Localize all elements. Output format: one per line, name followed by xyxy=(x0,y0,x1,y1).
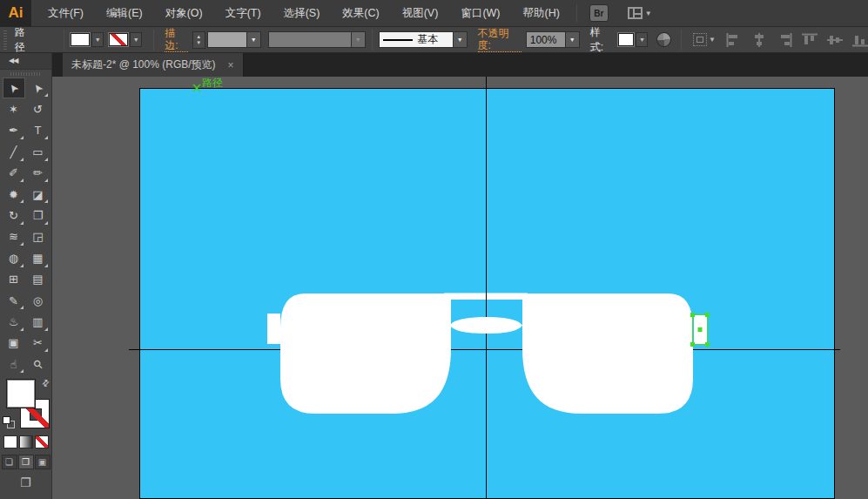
eyedropper-tool[interactable]: ✎ xyxy=(3,290,25,311)
panel-grip-handle[interactable] xyxy=(2,30,10,50)
subtool-corner-icon xyxy=(20,221,24,225)
selection-handle-top-left[interactable] xyxy=(690,313,695,317)
menu-select[interactable]: 选择(S) xyxy=(273,0,332,27)
menu-view[interactable]: 视图(V) xyxy=(391,0,450,27)
document-tab-title: 未标题-2* @ 100% (RGB/预览) xyxy=(71,57,216,72)
selection-handle-bottom-right[interactable] xyxy=(705,342,710,347)
blend-tool[interactable]: ◎ xyxy=(27,290,50,311)
selection-handle-top-right[interactable] xyxy=(705,313,710,317)
draw-behind-button[interactable]: ❐ xyxy=(18,455,34,469)
zoom-tool[interactable]: ⚲ xyxy=(27,354,50,374)
transform-options-button[interactable]: ▼ xyxy=(688,33,716,46)
panel-drag-handle[interactable] xyxy=(0,70,51,78)
menu-edit[interactable]: 编辑(E) xyxy=(95,0,154,27)
draw-inside-button[interactable]: ▣ xyxy=(35,455,50,469)
blob-brush-tool[interactable]: ✹ xyxy=(3,184,25,205)
paintbrush-tool[interactable]: ✐ xyxy=(3,163,25,184)
scale-tool[interactable]: ❐ xyxy=(27,205,50,226)
menu-effect[interactable]: 效果(C) xyxy=(331,0,390,27)
rectangle-tool-icon: ▭ xyxy=(32,145,43,158)
pen-tool[interactable]: ✒ xyxy=(3,120,25,141)
context-label: 路径 xyxy=(15,25,35,55)
hand-tool[interactable]: ☝ xyxy=(3,354,25,374)
menu-window[interactable]: 窗口(W) xyxy=(449,0,511,27)
opacity-dropdown[interactable]: ▼ xyxy=(566,31,580,48)
selection-handle-bottom-left[interactable] xyxy=(690,342,695,347)
menu-type[interactable]: 文字(T) xyxy=(214,0,273,27)
magic-wand-tool[interactable]: ✶ xyxy=(3,98,25,119)
shape-builder-tool[interactable]: ◍ xyxy=(3,247,25,268)
stepper-up-icon[interactable]: ▲ xyxy=(196,34,201,40)
bridge-button[interactable]: Br xyxy=(589,4,609,22)
align-bottom-icon[interactable] xyxy=(852,33,868,47)
graphic-style-swatch[interactable] xyxy=(618,33,634,46)
divider xyxy=(153,30,154,51)
document-tab[interactable]: 未标题-2* @ 100% (RGB/预览) × xyxy=(63,53,244,77)
column-graph-tool[interactable]: ▥ xyxy=(27,311,50,332)
direct-selection-tool[interactable]: ➤ xyxy=(27,78,50,98)
pencil-tool[interactable]: ✏ xyxy=(27,163,50,184)
artboard-tool[interactable]: ▣ xyxy=(3,333,25,354)
draw-normal-button[interactable]: ❏ xyxy=(2,455,17,469)
selection-tool[interactable]: ➤ xyxy=(3,78,25,98)
free-transform-tool[interactable]: ◲ xyxy=(27,226,50,247)
menu-help[interactable]: 帮助(H) xyxy=(512,0,571,27)
control-bar: 路径 ▼ ▼ 描边: ▲▼ ▼ ▼ 基本 ▼ 不透明度: xyxy=(0,27,868,53)
opacity-input[interactable]: 100% xyxy=(526,31,566,48)
subtool-corner-icon xyxy=(44,158,48,161)
menu-file[interactable]: 文件(F) xyxy=(37,0,95,27)
width-profile-dropdown: ▼ xyxy=(352,31,366,48)
brush-definition-select[interactable]: 基本 xyxy=(379,31,454,48)
stroke-weight-input[interactable] xyxy=(207,31,247,48)
selection-center-point[interactable] xyxy=(698,327,703,332)
align-left-icon[interactable] xyxy=(726,33,742,47)
color-button[interactable] xyxy=(3,435,17,448)
opacity-panel-link[interactable]: 不透明度: xyxy=(478,27,521,52)
width-tool[interactable]: ≋ xyxy=(3,226,25,247)
stroke-color-swatch[interactable] xyxy=(109,33,128,46)
mesh-tool[interactable]: ⊞ xyxy=(3,269,25,290)
fill-color-swatch[interactable] xyxy=(71,33,90,46)
slice-tool[interactable]: ✂ xyxy=(27,333,50,354)
subtool-corner-icon xyxy=(20,158,24,161)
none-button[interactable] xyxy=(35,435,49,448)
fill-proxy-swatch[interactable] xyxy=(6,379,36,408)
type-tool[interactable]: T xyxy=(27,120,50,141)
subtool-corner-icon xyxy=(44,221,48,225)
swap-fill-stroke-icon[interactable]: ⇄ xyxy=(39,377,51,389)
line-segment-tool[interactable]: ╱ xyxy=(3,141,25,162)
stroke-weight-dropdown[interactable]: ▼ xyxy=(247,31,261,48)
perspective-grid-tool[interactable]: ▦ xyxy=(27,247,50,268)
stroke-weight-stepper[interactable]: ▲▼ xyxy=(192,31,205,49)
workspace-switcher-button[interactable]: ▼ xyxy=(628,7,652,19)
width-profile-select[interactable] xyxy=(268,31,352,48)
glasses-shape[interactable] xyxy=(267,293,693,415)
menu-object[interactable]: 对象(O) xyxy=(154,0,214,27)
align-vertical-center-icon[interactable] xyxy=(827,33,843,47)
default-fill-stroke-icon[interactable] xyxy=(3,416,15,428)
symbol-sprayer-tool[interactable]: ♨ xyxy=(3,311,25,332)
canvas-area[interactable]: 路径 xyxy=(52,77,868,499)
align-horizontal-center-icon[interactable] xyxy=(751,33,767,47)
recolor-artwork-icon[interactable] xyxy=(656,32,671,47)
canvas-overlay: 路径 xyxy=(52,77,868,499)
lasso-tool[interactable]: ↺ xyxy=(27,98,50,119)
graphic-style-dropdown[interactable]: ▼ xyxy=(636,32,648,47)
close-icon[interactable]: × xyxy=(228,59,234,71)
brush-definition-dropdown[interactable]: ▼ xyxy=(454,31,468,48)
collapse-panel-button[interactable]: ◀◀ xyxy=(0,53,51,70)
fill-color-dropdown[interactable]: ▼ xyxy=(91,32,104,47)
rectangle-tool[interactable]: ▭ xyxy=(27,141,50,162)
gradient-button[interactable] xyxy=(19,435,33,448)
align-top-icon[interactable] xyxy=(802,33,818,47)
screen-mode-button[interactable]: ❐ xyxy=(0,471,51,494)
rotate-tool[interactable]: ↻ xyxy=(3,205,25,226)
eraser-tool[interactable]: ◪ xyxy=(27,184,50,205)
stroke-panel-link[interactable]: 描边: xyxy=(165,27,188,52)
gradient-tool[interactable]: ▤ xyxy=(27,269,50,290)
stroke-color-dropdown[interactable]: ▼ xyxy=(130,32,142,47)
type-tool-icon: T xyxy=(35,124,42,137)
align-right-icon[interactable] xyxy=(777,33,792,47)
free-transform-tool-icon: ◲ xyxy=(32,230,43,243)
stepper-down-icon[interactable]: ▼ xyxy=(196,40,201,46)
